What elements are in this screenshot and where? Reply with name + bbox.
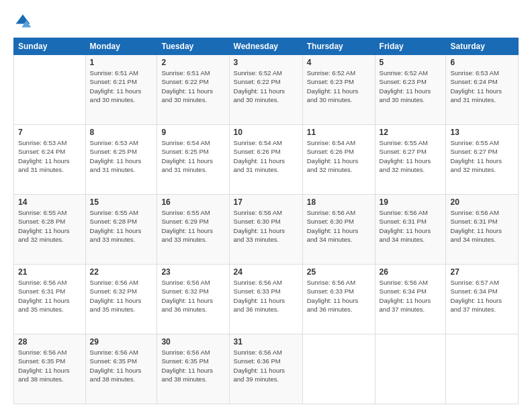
logo-icon: [13, 12, 32, 31]
day-info: Sunrise: 6:55 AM Sunset: 6:28 PM Dayligh…: [18, 208, 81, 244]
header-cell-saturday: Saturday: [446, 38, 519, 55]
day-cell: 10Sunrise: 6:54 AM Sunset: 6:26 PM Dayli…: [229, 125, 302, 195]
week-row-4: 21Sunrise: 6:56 AM Sunset: 6:31 PM Dayli…: [14, 265, 519, 334]
day-number: 19: [380, 197, 442, 207]
day-cell: 27Sunrise: 6:57 AM Sunset: 6:34 PM Dayli…: [446, 265, 519, 334]
day-cell: 23Sunrise: 6:56 AM Sunset: 6:32 PM Dayli…: [157, 265, 229, 334]
day-cell: 13Sunrise: 6:55 AM Sunset: 6:27 PM Dayli…: [446, 125, 519, 195]
day-number: 29: [90, 337, 153, 347]
day-number: 3: [234, 58, 298, 67]
day-cell: 3Sunrise: 6:52 AM Sunset: 6:22 PM Daylig…: [229, 55, 302, 125]
day-cell: 9Sunrise: 6:54 AM Sunset: 6:25 PM Daylig…: [157, 125, 229, 195]
day-info: Sunrise: 6:56 AM Sunset: 6:35 PM Dayligh…: [90, 348, 153, 383]
day-number: 18: [307, 197, 371, 207]
day-info: Sunrise: 6:55 AM Sunset: 6:27 PM Dayligh…: [380, 138, 442, 174]
day-number: 2: [161, 58, 224, 67]
day-cell: 28Sunrise: 6:56 AM Sunset: 6:35 PM Dayli…: [14, 334, 86, 404]
day-info: Sunrise: 6:56 AM Sunset: 6:31 PM Dayligh…: [450, 208, 514, 244]
day-number: 12: [380, 128, 442, 137]
day-info: Sunrise: 6:53 AM Sunset: 6:24 PM Dayligh…: [18, 138, 81, 174]
day-number: 11: [307, 128, 371, 137]
day-info: Sunrise: 6:56 AM Sunset: 6:34 PM Dayligh…: [380, 278, 442, 314]
logo: [13, 12, 35, 31]
day-cell: 19Sunrise: 6:56 AM Sunset: 6:31 PM Dayli…: [375, 195, 446, 265]
week-row-3: 14Sunrise: 6:55 AM Sunset: 6:28 PM Dayli…: [14, 195, 519, 265]
day-cell: 21Sunrise: 6:56 AM Sunset: 6:31 PM Dayli…: [14, 265, 86, 334]
day-info: Sunrise: 6:57 AM Sunset: 6:34 PM Dayligh…: [450, 278, 514, 314]
day-info: Sunrise: 6:56 AM Sunset: 6:31 PM Dayligh…: [380, 208, 442, 244]
day-info: Sunrise: 6:56 AM Sunset: 6:30 PM Dayligh…: [234, 208, 298, 244]
day-info: Sunrise: 6:56 AM Sunset: 6:30 PM Dayligh…: [307, 208, 371, 244]
day-number: 16: [161, 197, 224, 207]
day-cell: 25Sunrise: 6:56 AM Sunset: 6:33 PM Dayli…: [302, 265, 375, 334]
day-number: 30: [161, 337, 224, 347]
day-info: Sunrise: 6:52 AM Sunset: 6:23 PM Dayligh…: [380, 68, 442, 104]
day-cell: 30Sunrise: 6:56 AM Sunset: 6:35 PM Dayli…: [157, 334, 229, 404]
day-info: Sunrise: 6:56 AM Sunset: 6:36 PM Dayligh…: [234, 348, 298, 383]
day-number: 26: [380, 267, 442, 277]
day-cell: 6Sunrise: 6:53 AM Sunset: 6:24 PM Daylig…: [446, 55, 519, 125]
day-info: Sunrise: 6:56 AM Sunset: 6:35 PM Dayligh…: [161, 348, 224, 383]
day-number: 22: [90, 267, 153, 277]
day-cell: 7Sunrise: 6:53 AM Sunset: 6:24 PM Daylig…: [14, 125, 86, 195]
day-number: 17: [234, 197, 298, 207]
day-cell: [446, 334, 519, 404]
day-info: Sunrise: 6:54 AM Sunset: 6:26 PM Dayligh…: [234, 138, 298, 174]
day-number: 28: [18, 337, 81, 347]
day-cell: 2Sunrise: 6:51 AM Sunset: 6:22 PM Daylig…: [157, 55, 229, 125]
day-cell: 11Sunrise: 6:54 AM Sunset: 6:26 PM Dayli…: [302, 125, 375, 195]
day-number: 5: [380, 58, 442, 67]
day-info: Sunrise: 6:56 AM Sunset: 6:32 PM Dayligh…: [90, 278, 153, 314]
day-cell: 15Sunrise: 6:55 AM Sunset: 6:28 PM Dayli…: [85, 195, 157, 265]
day-number: 23: [161, 267, 224, 277]
header-cell-tuesday: Tuesday: [157, 38, 229, 55]
day-number: 10: [234, 128, 298, 137]
calendar-body: 1Sunrise: 6:51 AM Sunset: 6:21 PM Daylig…: [14, 55, 519, 404]
calendar-header: SundayMondayTuesdayWednesdayThursdayFrid…: [14, 38, 519, 55]
day-info: Sunrise: 6:56 AM Sunset: 6:33 PM Dayligh…: [234, 278, 298, 314]
day-number: 27: [450, 267, 514, 277]
day-info: Sunrise: 6:53 AM Sunset: 6:25 PM Dayligh…: [90, 138, 153, 174]
day-number: 8: [90, 128, 153, 137]
page: SundayMondayTuesdayWednesdayThursdayFrid…: [0, 0, 532, 411]
day-cell: 1Sunrise: 6:51 AM Sunset: 6:21 PM Daylig…: [85, 55, 157, 125]
day-number: 7: [18, 128, 81, 137]
day-cell: 8Sunrise: 6:53 AM Sunset: 6:25 PM Daylig…: [85, 125, 157, 195]
day-cell: 29Sunrise: 6:56 AM Sunset: 6:35 PM Dayli…: [85, 334, 157, 404]
header-cell-wednesday: Wednesday: [229, 38, 302, 55]
day-number: 1: [90, 58, 153, 67]
day-number: 24: [234, 267, 298, 277]
day-info: Sunrise: 6:53 AM Sunset: 6:24 PM Dayligh…: [450, 68, 514, 104]
day-info: Sunrise: 6:55 AM Sunset: 6:28 PM Dayligh…: [90, 208, 153, 244]
header-cell-monday: Monday: [85, 38, 157, 55]
day-info: Sunrise: 6:56 AM Sunset: 6:31 PM Dayligh…: [18, 278, 81, 314]
day-number: 9: [161, 128, 224, 137]
day-info: Sunrise: 6:55 AM Sunset: 6:29 PM Dayligh…: [161, 208, 224, 244]
day-cell: [14, 55, 86, 125]
day-info: Sunrise: 6:56 AM Sunset: 6:32 PM Dayligh…: [161, 278, 224, 314]
header-cell-sunday: Sunday: [14, 38, 86, 55]
week-row-2: 7Sunrise: 6:53 AM Sunset: 6:24 PM Daylig…: [14, 125, 519, 195]
day-cell: 26Sunrise: 6:56 AM Sunset: 6:34 PM Dayli…: [375, 265, 446, 334]
day-number: 15: [90, 197, 153, 207]
day-number: 4: [307, 58, 371, 67]
day-cell: 12Sunrise: 6:55 AM Sunset: 6:27 PM Dayli…: [375, 125, 446, 195]
day-info: Sunrise: 6:56 AM Sunset: 6:33 PM Dayligh…: [307, 278, 371, 314]
day-cell: [375, 334, 446, 404]
day-cell: 31Sunrise: 6:56 AM Sunset: 6:36 PM Dayli…: [229, 334, 302, 404]
day-cell: 17Sunrise: 6:56 AM Sunset: 6:30 PM Dayli…: [229, 195, 302, 265]
calendar-table: SundayMondayTuesdayWednesdayThursdayFrid…: [13, 38, 519, 404]
week-row-1: 1Sunrise: 6:51 AM Sunset: 6:21 PM Daylig…: [14, 55, 519, 125]
day-cell: 18Sunrise: 6:56 AM Sunset: 6:30 PM Dayli…: [302, 195, 375, 265]
day-number: 31: [234, 337, 298, 347]
day-number: 14: [18, 197, 81, 207]
week-row-5: 28Sunrise: 6:56 AM Sunset: 6:35 PM Dayli…: [14, 334, 519, 404]
day-info: Sunrise: 6:56 AM Sunset: 6:35 PM Dayligh…: [18, 348, 81, 383]
day-cell: 24Sunrise: 6:56 AM Sunset: 6:33 PM Dayli…: [229, 265, 302, 334]
day-cell: 22Sunrise: 6:56 AM Sunset: 6:32 PM Dayli…: [85, 265, 157, 334]
header-cell-thursday: Thursday: [302, 38, 375, 55]
day-cell: 4Sunrise: 6:52 AM Sunset: 6:23 PM Daylig…: [302, 55, 375, 125]
day-cell: 14Sunrise: 6:55 AM Sunset: 6:28 PM Dayli…: [14, 195, 86, 265]
day-info: Sunrise: 6:52 AM Sunset: 6:22 PM Dayligh…: [234, 68, 298, 104]
day-info: Sunrise: 6:54 AM Sunset: 6:25 PM Dayligh…: [161, 138, 224, 174]
